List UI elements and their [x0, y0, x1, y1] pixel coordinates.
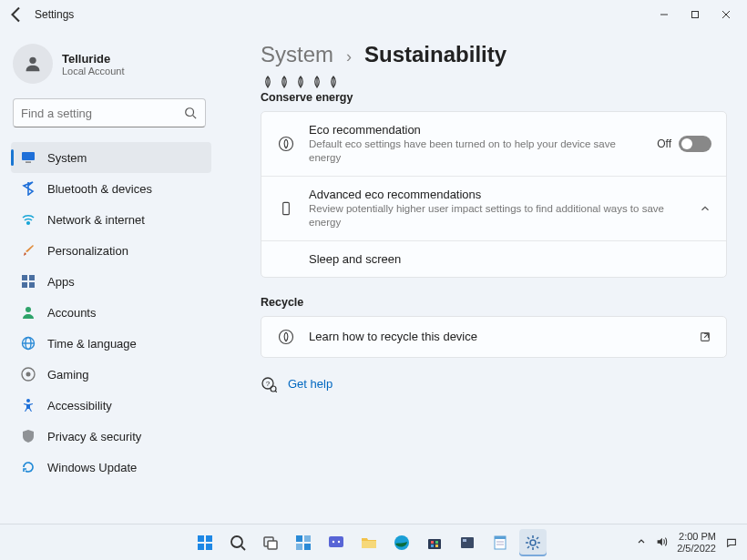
wifi-icon: [20, 211, 36, 228]
recycle-learn-row[interactable]: Learn how to recycle this device: [261, 317, 726, 357]
svg-rect-37: [206, 544, 212, 550]
sidebar-item-label: Gaming: [47, 368, 89, 382]
svg-rect-56: [461, 537, 474, 548]
svg-point-5: [186, 108, 194, 117]
svg-point-47: [332, 540, 333, 542]
sidebar-item-accessibility[interactable]: Accessibility: [11, 390, 211, 421]
advanced-eco-row[interactable]: Advanced eco recommendations Review pote…: [261, 177, 726, 241]
titlebar: Settings: [0, 0, 747, 29]
svg-rect-54: [431, 545, 434, 547]
get-help-link[interactable]: Get help: [288, 377, 333, 391]
recycle-group: Learn how to recycle this device: [261, 316, 727, 358]
svg-point-4: [29, 57, 36, 64]
svg-rect-41: [268, 541, 277, 549]
sidebar-item-label: System: [47, 151, 87, 165]
tray-volume-icon[interactable]: [655, 535, 668, 550]
taskbar-search[interactable]: [224, 529, 251, 556]
svg-line-33: [275, 391, 277, 392]
sidebar-item-accounts[interactable]: Accounts: [11, 297, 211, 328]
taskbar-chat[interactable]: [322, 529, 350, 556]
sidebar-item-network[interactable]: Network & internet: [11, 204, 211, 235]
svg-line-6: [193, 116, 197, 119]
section-recycle-label: Recycle: [261, 296, 727, 309]
svg-point-38: [231, 536, 242, 547]
taskbar-taskview[interactable]: [257, 529, 284, 556]
tray-notif-icon[interactable]: [725, 535, 738, 550]
search-icon: [183, 106, 198, 120]
sidebar-item-windows-update[interactable]: Windows Update: [11, 452, 211, 483]
brush-icon: [20, 242, 36, 259]
help-icon: ?: [261, 376, 277, 392]
card-title: Advanced eco recommendations: [309, 188, 686, 201]
svg-rect-13: [29, 282, 35, 288]
sleep-and-screen-row[interactable]: Sleep and screen: [261, 241, 726, 277]
svg-rect-27: [283, 202, 290, 214]
svg-rect-51: [428, 539, 441, 549]
bluetooth-icon: [20, 180, 36, 197]
close-button[interactable]: [711, 2, 742, 27]
device-icon: [276, 199, 296, 218]
gaming-icon: [20, 366, 36, 382]
sidebar-item-system[interactable]: System: [11, 142, 211, 173]
get-help-row[interactable]: ? Get help: [261, 376, 727, 392]
sidebar-item-label: Bluetooth & devices: [47, 182, 152, 196]
minimize-button[interactable]: [649, 2, 680, 27]
svg-rect-59: [495, 536, 506, 539]
shield-icon: [20, 428, 36, 444]
taskbar-settings[interactable]: [519, 529, 547, 556]
eco-toggle[interactable]: [679, 136, 711, 152]
eco-recommendation-row[interactable]: Eco recommendation Default eco settings …: [261, 112, 726, 177]
taskbar-clock[interactable]: 2:00 PM 2/5/2022: [677, 531, 716, 554]
breadcrumb-root[interactable]: System: [261, 42, 333, 67]
svg-rect-36: [198, 544, 204, 550]
tray-chevron-icon[interactable]: [637, 537, 646, 548]
maximize-button[interactable]: [680, 2, 711, 27]
svg-point-19: [26, 372, 31, 377]
svg-rect-7: [22, 152, 35, 160]
svg-rect-8: [26, 162, 31, 163]
svg-rect-35: [206, 535, 212, 542]
back-button[interactable]: [5, 4, 27, 25]
svg-point-26: [280, 137, 293, 150]
apps-icon: [20, 273, 36, 290]
display-icon: [20, 149, 36, 166]
subrow-label: Sleep and screen: [309, 252, 401, 266]
person-icon: [20, 304, 36, 321]
sidebar-item-apps[interactable]: Apps: [11, 266, 211, 297]
search-input-container[interactable]: [13, 98, 206, 127]
sidebar-item-personalization[interactable]: Personalization: [11, 235, 211, 266]
svg-rect-49: [362, 541, 376, 548]
profile[interactable]: Telluride Local Account: [11, 40, 211, 97]
svg-point-62: [530, 540, 536, 545]
search-input[interactable]: [21, 107, 183, 120]
svg-point-14: [26, 307, 31, 312]
system-tray[interactable]: 2:00 PM 2/5/2022: [628, 531, 747, 554]
taskbar-app1[interactable]: [454, 529, 481, 556]
profile-sub: Local Account: [62, 66, 125, 76]
sidebar-item-label: Accessibility: [47, 399, 112, 412]
chevron-right-icon: ›: [346, 47, 352, 66]
sidebar-item-label: Network & internet: [47, 213, 145, 227]
globe-icon: [20, 335, 36, 351]
taskbar-widgets[interactable]: [290, 529, 317, 556]
taskbar-edge[interactable]: [388, 529, 415, 556]
recycle-icon: [276, 328, 296, 346]
taskbar-store[interactable]: [421, 529, 448, 556]
taskbar-time: 2:00 PM: [677, 531, 716, 543]
main-content: System › Sustainability Conserve energy: [219, 29, 747, 524]
sidebar-item-gaming[interactable]: Gaming: [11, 359, 211, 390]
sidebar-item-label: Privacy & security: [47, 430, 141, 443]
taskbar-explorer[interactable]: [355, 529, 383, 556]
svg-rect-10: [22, 275, 27, 280]
profile-name: Telluride: [62, 52, 125, 66]
sidebar-item-privacy[interactable]: Privacy & security: [11, 421, 211, 452]
start-button[interactable]: [191, 529, 219, 556]
svg-rect-52: [431, 541, 434, 544]
sidebar-item-bluetooth[interactable]: Bluetooth & devices: [11, 173, 211, 204]
svg-line-39: [241, 546, 245, 550]
svg-rect-45: [304, 544, 311, 550]
taskbar-notepad[interactable]: [486, 529, 514, 556]
sidebar: Telluride Local Account System Bluetooth…: [0, 29, 219, 524]
sidebar-item-time-language[interactable]: Time & language: [11, 328, 211, 359]
breadcrumb: System › Sustainability: [261, 42, 727, 67]
